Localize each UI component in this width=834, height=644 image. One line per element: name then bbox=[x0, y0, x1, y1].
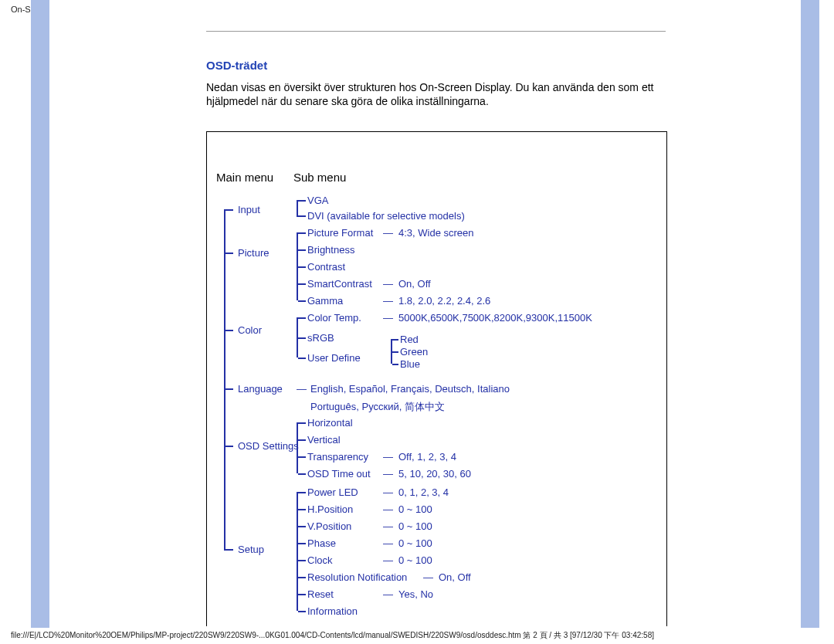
bracket-user-define bbox=[391, 339, 392, 364]
section-intro: Nedan visas en översikt över strukturen … bbox=[206, 80, 666, 108]
sub-clock: Clock bbox=[307, 554, 333, 566]
sub-gamma-vals: 1.8, 2.0, 2.2, 2.4, 2.6 bbox=[398, 295, 490, 307]
sub-language-line1: English, Español, Français, Deutsch, Ita… bbox=[310, 383, 510, 395]
sub-input-dvi: DVI (available for selective models) bbox=[307, 210, 465, 222]
sub-vposition: V.Position bbox=[307, 520, 351, 532]
sub-information: Information bbox=[307, 605, 358, 617]
section-title: OSD-trädet bbox=[206, 59, 267, 72]
main-item-color: Color bbox=[238, 324, 262, 336]
dash: — bbox=[383, 468, 393, 480]
dash: — bbox=[383, 554, 393, 566]
section-intro-line1: Nedan visas en översikt över strukturen … bbox=[206, 81, 653, 93]
sub-hposition-vals: 0 ~ 100 bbox=[398, 503, 432, 515]
sidebar-left-stripe bbox=[31, 0, 49, 628]
sidebar-right-stripe bbox=[801, 0, 819, 628]
sub-horizontal: Horizontal bbox=[307, 417, 353, 429]
sub-power-led: Power LED bbox=[307, 486, 358, 498]
footer-file-path: file:///E|/LCD%20Monitor%20OEM/Philips/M… bbox=[11, 630, 654, 641]
section-divider bbox=[206, 31, 666, 32]
sub-hposition: H.Position bbox=[307, 503, 353, 515]
sub-language-line2: Português, Русский, 简体中文 bbox=[310, 400, 445, 414]
sub-phase-vals: 0 ~ 100 bbox=[398, 537, 432, 549]
osd-tree-diagram: Main menu Sub menu Input Picture Color L… bbox=[206, 131, 667, 626]
dash: — bbox=[297, 383, 307, 395]
sub-color-temp-vals: 5000K,6500K,7500K,8200K,9300K,11500K bbox=[398, 312, 592, 324]
sub-reset-vals: Yes, No bbox=[398, 588, 433, 600]
main-item-picture: Picture bbox=[238, 247, 269, 259]
sub-osd-timeout-vals: 5, 10, 20, 30, 60 bbox=[398, 468, 471, 480]
tree-tick bbox=[224, 549, 233, 551]
sub-input-vga: VGA bbox=[307, 195, 328, 206]
tree-spine bbox=[224, 209, 225, 549]
sub-user-define: User Define bbox=[307, 352, 361, 364]
dash: — bbox=[383, 312, 393, 324]
sub-transparency-vals: Off, 1, 2, 3, 4 bbox=[398, 451, 456, 463]
sub-clock-vals: 0 ~ 100 bbox=[398, 554, 432, 566]
sub-srgb: sRGB bbox=[307, 332, 334, 344]
dash: — bbox=[383, 486, 393, 498]
sub-picture-format-vals: 4:3, Wide screen bbox=[398, 227, 474, 239]
page-content: OSD-trädet Nedan visas en översikt över … bbox=[49, 0, 801, 628]
main-item-setup: Setup bbox=[238, 544, 264, 555]
dash: — bbox=[383, 537, 393, 549]
sub-red: Red bbox=[400, 334, 419, 345]
dash: — bbox=[383, 451, 393, 463]
tree-tick bbox=[224, 330, 233, 331]
sub-osd-timeout: OSD Time out bbox=[307, 468, 371, 480]
dash: — bbox=[383, 520, 393, 532]
sub-resolution-notification-vals: On, Off bbox=[439, 571, 471, 583]
bracket-color bbox=[297, 317, 298, 358]
tree-tick bbox=[224, 209, 233, 211]
sub-contrast: Contrast bbox=[307, 261, 345, 273]
sub-blue: Blue bbox=[400, 358, 420, 370]
header-sub-menu: Sub menu bbox=[293, 171, 346, 184]
bracket-setup bbox=[297, 492, 298, 611]
sub-color-temp: Color Temp. bbox=[307, 312, 361, 324]
sub-smartcontrast-vals: On, Off bbox=[398, 278, 431, 290]
sub-transparency: Transparency bbox=[307, 451, 368, 463]
sub-picture-format: Picture Format bbox=[307, 227, 373, 239]
dash: — bbox=[383, 588, 393, 600]
dash: — bbox=[383, 227, 393, 239]
sub-resolution-notification: Resolution Notification bbox=[307, 571, 407, 583]
sub-gamma: Gamma bbox=[307, 295, 343, 307]
main-item-osd-settings: OSD Settings bbox=[238, 440, 299, 452]
section-intro-line2: hjälpmedel när du senare ska göra de oli… bbox=[206, 95, 489, 107]
sub-green: Green bbox=[400, 346, 428, 358]
header-main-menu: Main menu bbox=[216, 171, 273, 184]
dash: — bbox=[383, 278, 393, 290]
sub-phase: Phase bbox=[307, 537, 336, 549]
sub-smartcontrast: SmartContrast bbox=[307, 278, 372, 290]
dash: — bbox=[383, 295, 393, 307]
sub-vertical: Vertical bbox=[307, 434, 341, 446]
bracket-picture bbox=[297, 232, 298, 300]
sub-vposition-vals: 0 ~ 100 bbox=[398, 520, 432, 532]
sub-brightness: Brightness bbox=[307, 244, 354, 256]
sub-power-led-vals: 0, 1, 2, 3, 4 bbox=[398, 486, 449, 498]
tree-tick bbox=[224, 388, 233, 390]
dash: — bbox=[423, 571, 433, 583]
bracket-osd-settings bbox=[297, 422, 298, 473]
tree-tick bbox=[224, 253, 233, 254]
main-item-input: Input bbox=[238, 204, 260, 215]
dash: — bbox=[383, 503, 393, 515]
tree-tick bbox=[224, 446, 233, 447]
bracket-input bbox=[297, 200, 298, 217]
main-item-language: Language bbox=[238, 383, 283, 395]
sub-reset: Reset bbox=[307, 588, 334, 600]
